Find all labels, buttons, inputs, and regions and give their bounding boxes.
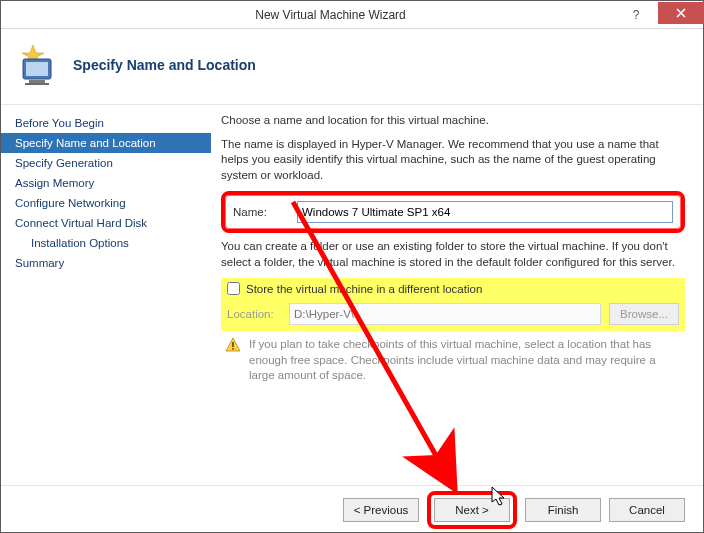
help-button[interactable]: ? (614, 4, 658, 26)
store-location-checkbox[interactable] (227, 282, 240, 295)
sidebar-item-connect-vhd[interactable]: Connect Virtual Hard Disk (1, 213, 211, 233)
next-button-highlight: Next > (427, 491, 517, 529)
store-location-row: Store the virtual machine in a different… (221, 278, 685, 299)
wizard-content: Choose a name and location for this virt… (211, 105, 703, 485)
location-label: Location: (227, 308, 281, 320)
previous-button[interactable]: < Previous (343, 498, 419, 522)
intro-text: Choose a name and location for this virt… (221, 113, 685, 129)
close-button[interactable] (658, 2, 704, 24)
sidebar-item-specify-name[interactable]: Specify Name and Location (1, 133, 211, 153)
sidebar-item-summary[interactable]: Summary (1, 253, 211, 273)
warning-icon (225, 337, 241, 353)
sidebar-item-installation-options[interactable]: Installation Options (1, 233, 211, 253)
name-row-highlight: Name: (221, 191, 685, 233)
name-label: Name: (233, 206, 287, 218)
wizard-footer: < Previous Next > Finish Cancel (1, 485, 703, 533)
browse-button: Browse... (609, 303, 679, 325)
sidebar-item-specify-generation[interactable]: Specify Generation (1, 153, 211, 173)
store-location-label: Store the virtual machine in a different… (246, 283, 482, 295)
svg-rect-2 (26, 62, 48, 76)
wizard-sidebar: Before You Begin Specify Name and Locati… (1, 105, 211, 485)
finish-button[interactable]: Finish (525, 498, 601, 522)
folder-description: You can create a folder or use an existi… (221, 239, 685, 270)
warning-row: If you plan to take checkpoints of this … (221, 331, 685, 390)
sidebar-item-before-you-begin[interactable]: Before You Begin (1, 113, 211, 133)
wizard-body: Before You Begin Specify Name and Locati… (1, 105, 703, 485)
window-title: New Virtual Machine Wizard (47, 8, 614, 22)
svg-rect-7 (232, 348, 234, 350)
wizard-header: Specify Name and Location (1, 29, 703, 105)
vm-icon (15, 43, 63, 87)
description-text: The name is displayed in Hyper-V Manager… (221, 137, 685, 184)
svg-rect-6 (232, 342, 234, 347)
page-heading: Specify Name and Location (73, 57, 256, 73)
cancel-button[interactable]: Cancel (609, 498, 685, 522)
sidebar-item-assign-memory[interactable]: Assign Memory (1, 173, 211, 193)
titlebar: New Virtual Machine Wizard ? (1, 1, 703, 29)
sidebar-item-configure-networking[interactable]: Configure Networking (1, 193, 211, 213)
location-row: Location: Browse... (221, 299, 685, 331)
next-button[interactable]: Next > (434, 498, 510, 522)
warning-text: If you plan to take checkpoints of this … (249, 337, 681, 384)
location-input (289, 303, 601, 325)
svg-rect-4 (25, 83, 49, 85)
wizard-window: New Virtual Machine Wizard ? Specify Nam… (0, 0, 704, 533)
svg-rect-3 (29, 80, 45, 83)
name-input[interactable] (297, 201, 673, 223)
